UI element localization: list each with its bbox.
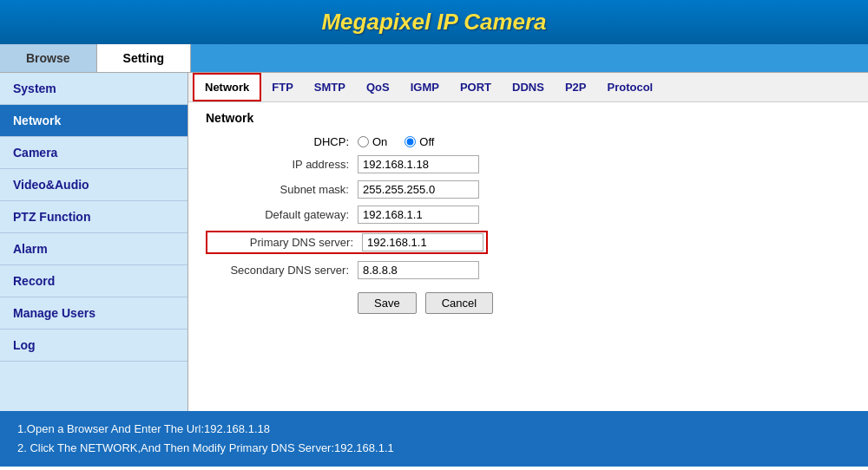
- sub-nav-smtp[interactable]: SMTP: [304, 75, 356, 100]
- sidebar: System Network Camera Video&Audio PTZ Fu…: [0, 73, 188, 411]
- tab-bar: Browse Setting: [0, 44, 868, 73]
- sidebar-item-record[interactable]: Record: [0, 265, 187, 297]
- sidebar-item-system[interactable]: System: [0, 73, 187, 105]
- sub-nav-network[interactable]: Network: [193, 73, 261, 101]
- sub-nav: Network FTP SMTP QoS IGMP PORT DDNS P2P …: [188, 73, 868, 102]
- secondary-dns-row: Secondary DNS server:: [206, 261, 851, 279]
- primary-dns-input[interactable]: [362, 233, 483, 251]
- app-title: Megapixel IP Camera: [321, 9, 546, 35]
- dhcp-on-label[interactable]: On: [358, 135, 387, 148]
- tab-browse[interactable]: Browse: [0, 44, 97, 72]
- primary-dns-label: Primary DNS server:: [210, 236, 362, 249]
- main-layout: System Network Camera Video&Audio PTZ Fu…: [0, 73, 868, 411]
- sub-nav-qos[interactable]: QoS: [356, 75, 400, 100]
- sidebar-item-camera[interactable]: Camera: [0, 137, 187, 169]
- ip-address-row: IP address:: [206, 155, 851, 173]
- sub-nav-igmp[interactable]: IGMP: [400, 75, 450, 100]
- save-button[interactable]: Save: [358, 292, 417, 314]
- subnet-mask-label: Subnet mask:: [206, 183, 358, 196]
- dhcp-row: DHCP: On Off: [206, 135, 851, 148]
- secondary-dns-input[interactable]: [358, 261, 479, 279]
- footer: 1.Open a Browser And Enter The Url:192.1…: [0, 411, 868, 467]
- sidebar-item-manage-users[interactable]: Manage Users: [0, 297, 187, 330]
- dhcp-off-radio[interactable]: [404, 136, 416, 147]
- dhcp-on-radio[interactable]: [358, 136, 369, 147]
- content-area: Network FTP SMTP QoS IGMP PORT DDNS P2P …: [188, 73, 868, 411]
- network-form: Network DHCP: On Off IP address:: [188, 102, 868, 323]
- dhcp-off-text: Off: [419, 135, 434, 148]
- header: Megapixel IP Camera: [0, 0, 868, 44]
- form-section-title: Network: [206, 111, 851, 125]
- sub-nav-port[interactable]: PORT: [450, 75, 502, 100]
- primary-dns-row: Primary DNS server:: [206, 231, 488, 254]
- subnet-mask-input[interactable]: [358, 180, 479, 199]
- subnet-mask-row: Subnet mask:: [206, 180, 851, 199]
- dhcp-off-label[interactable]: Off: [404, 135, 434, 148]
- ip-address-input[interactable]: [358, 155, 479, 173]
- sub-nav-ftp[interactable]: FTP: [261, 75, 304, 100]
- sub-nav-p2p[interactable]: P2P: [555, 75, 597, 100]
- sidebar-item-network[interactable]: Network: [0, 105, 187, 137]
- sidebar-item-log[interactable]: Log: [0, 330, 187, 362]
- footer-line-1: 1.Open a Browser And Enter The Url:192.1…: [17, 420, 851, 439]
- dhcp-label: DHCP:: [206, 135, 358, 148]
- default-gateway-input[interactable]: [358, 206, 479, 224]
- default-gateway-row: Default gateway:: [206, 206, 851, 224]
- cancel-button[interactable]: Cancel: [425, 292, 493, 314]
- tab-setting[interactable]: Setting: [97, 44, 191, 72]
- sidebar-item-ptz-function[interactable]: PTZ Function: [0, 201, 187, 233]
- sub-nav-ddns[interactable]: DDNS: [502, 75, 555, 100]
- default-gateway-label: Default gateway:: [206, 208, 358, 221]
- sub-nav-protocol[interactable]: Protocol: [597, 75, 664, 100]
- ip-address-label: IP address:: [206, 158, 358, 171]
- sidebar-item-alarm[interactable]: Alarm: [0, 233, 187, 265]
- sidebar-item-video-audio[interactable]: Video&Audio: [0, 169, 187, 201]
- footer-line-2: 2. Click The NETWORK,And Then Modify Pri…: [17, 439, 851, 458]
- secondary-dns-label: Secondary DNS server:: [206, 264, 358, 277]
- button-row: Save Cancel: [358, 292, 851, 314]
- dhcp-on-text: On: [372, 135, 387, 148]
- dhcp-radio-group: On Off: [358, 135, 434, 148]
